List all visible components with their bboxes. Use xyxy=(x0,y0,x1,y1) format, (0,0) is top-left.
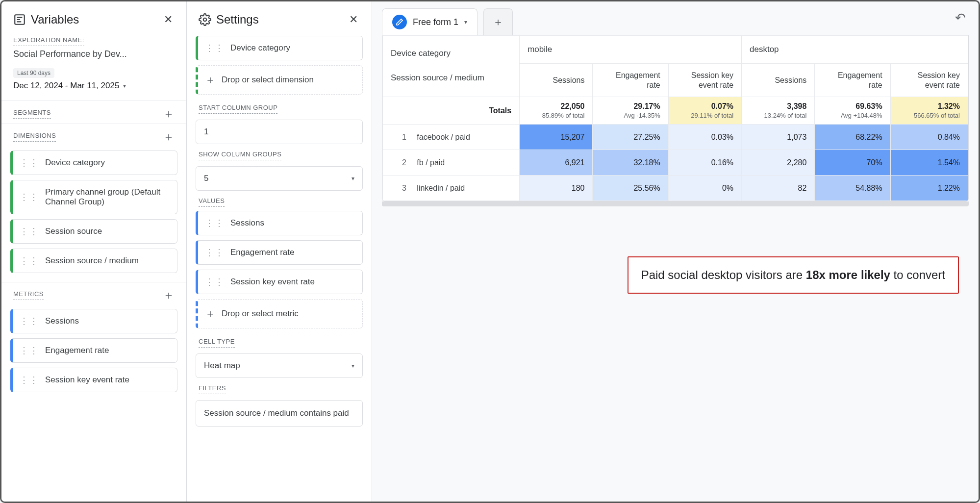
filters-label: FILTERS xyxy=(199,384,226,394)
settings-title-text: Settings xyxy=(216,13,259,26)
chip-label: Engagement rate xyxy=(230,248,294,257)
date-range-selector[interactable]: Dec 12, 2024 - Mar 11, 2025 ▾ xyxy=(1,81,186,101)
start-column-group-input[interactable]: 1 xyxy=(196,120,363,144)
row-label: 3 linkedin / paid xyxy=(383,176,520,201)
data-cell: 1.22% xyxy=(890,176,968,201)
chip-label: Session source xyxy=(45,226,102,236)
plus-icon: ＋ xyxy=(205,306,216,321)
chip-label: Drop or select dimension xyxy=(222,75,314,85)
totals-cell: 29.17%Avg -14.35% xyxy=(593,97,668,125)
settings-panel: Settings ✕ ⋮⋮ Device category ＋ Drop or … xyxy=(187,1,372,502)
close-icon[interactable]: ✕ xyxy=(347,11,360,28)
exploration-name[interactable]: Social Performance by Dev... xyxy=(1,46,186,68)
totals-cell: 1.32%566.65% of total xyxy=(890,97,968,125)
chip-label: Drop or select metric xyxy=(222,309,299,319)
chip-label: Engagement rate xyxy=(45,346,109,355)
value-chip[interactable]: ⋮⋮Session key event rate xyxy=(196,270,363,294)
table-row: 2 fb / paid6,92132.18%0.16%2,28070%1.54% xyxy=(383,150,968,176)
value-chip[interactable]: ⋮⋮Sessions xyxy=(196,211,363,235)
column-dimension-chip[interactable]: ⋮⋮ Device category xyxy=(196,36,363,60)
date-preset-chip[interactable]: Last 90 days xyxy=(13,68,54,78)
plus-icon: ＋ xyxy=(205,73,216,87)
add-tab-button[interactable]: ＋ xyxy=(483,8,513,35)
drop-dimension-slot[interactable]: ＋ Drop or select dimension xyxy=(196,65,363,95)
data-cell: 2,280 xyxy=(742,150,815,176)
segments-label: SEGMENTS xyxy=(13,109,51,119)
chevron-down-icon: ▾ xyxy=(352,362,354,369)
dimension-chip[interactable]: ⋮⋮Session source xyxy=(10,219,177,244)
tab-label: Free form 1 xyxy=(413,17,458,27)
variables-panel: Variables ✕ EXPLORATION NAME: Social Per… xyxy=(1,1,187,502)
drag-icon: ⋮⋮ xyxy=(20,228,39,234)
totals-cell: 69.63%Avg +104.48% xyxy=(815,97,890,125)
data-cell: 32.18% xyxy=(593,150,668,176)
show-column-groups-label: SHOW COLUMN GROUPS xyxy=(199,151,281,160)
filter-chip[interactable]: Session source / medium contains paid xyxy=(196,400,363,427)
totals-cell: 0.07%29.11% of total xyxy=(668,97,741,125)
chip-label: Device category xyxy=(45,158,105,168)
chip-label: Device category xyxy=(230,43,290,53)
gear-icon xyxy=(199,13,211,26)
drag-icon: ⋮⋮ xyxy=(20,318,39,324)
metric-header: Sessions xyxy=(520,64,593,97)
metric-chip[interactable]: ⋮⋮Session key event rate xyxy=(10,368,177,392)
chip-label: Session key event rate xyxy=(230,277,315,287)
plus-icon: ＋ xyxy=(493,15,503,29)
data-cell: 6,921 xyxy=(520,150,593,176)
annotation-callout: Paid social desktop visitors are 18x mor… xyxy=(628,256,959,294)
totals-label: Totals xyxy=(383,97,520,125)
select-value: Heat map xyxy=(204,361,240,371)
tab-free-form[interactable]: Free form 1 ▾ xyxy=(382,8,477,35)
add-segment-button[interactable]: ＋ xyxy=(163,109,175,118)
column-dimension-header: Device category xyxy=(391,49,511,58)
start-column-group-label: START COLUMN GROUP xyxy=(199,104,277,114)
data-cell: 0.84% xyxy=(890,125,968,150)
horizontal-scrollbar[interactable] xyxy=(382,201,969,206)
value-chip[interactable]: ⋮⋮Engagement rate xyxy=(196,240,363,265)
undo-icon[interactable]: ↶ xyxy=(955,10,966,25)
data-cell: 180 xyxy=(520,176,593,201)
data-cell: 1.54% xyxy=(890,150,968,176)
row-label: 2 fb / paid xyxy=(383,150,520,176)
dimension-chip[interactable]: ⋮⋮Session source / medium xyxy=(10,249,177,273)
pencil-icon xyxy=(392,15,407,29)
dimensions-label: DIMENSIONS xyxy=(13,132,56,142)
cell-type-select[interactable]: Heat map ▾ xyxy=(196,353,363,378)
drag-icon: ⋮⋮ xyxy=(20,348,39,353)
date-range-text: Dec 12, 2024 - Mar 11, 2025 xyxy=(13,81,119,91)
close-icon[interactable]: ✕ xyxy=(162,11,175,28)
totals-cell: 3,39813.24% of total xyxy=(742,97,815,125)
chip-label: Sessions xyxy=(230,218,264,228)
show-column-groups-select[interactable]: 5 ▾ xyxy=(196,166,363,191)
cell-type-label: CELL TYPE xyxy=(199,338,235,348)
dimension-chip[interactable]: ⋮⋮Primary channel group (Default Channel… xyxy=(10,180,177,214)
data-cell: 0.16% xyxy=(668,150,741,176)
select-value: 5 xyxy=(204,174,208,183)
drag-icon: ⋮⋮ xyxy=(20,194,39,200)
metrics-label: METRICS xyxy=(13,290,44,300)
col-group-desktop: desktop xyxy=(742,36,968,64)
exploration-table: Device category Session source / medium … xyxy=(382,35,969,201)
chevron-down-icon[interactable]: ▾ xyxy=(464,19,467,25)
metric-chip[interactable]: ⋮⋮Sessions xyxy=(10,309,177,333)
dimension-chip[interactable]: ⋮⋮Device category xyxy=(10,151,177,175)
drag-icon: ⋮⋮ xyxy=(20,377,39,383)
add-metric-button[interactable]: ＋ xyxy=(163,291,175,300)
variables-icon xyxy=(13,13,26,26)
drag-icon: ⋮⋮ xyxy=(205,220,225,226)
data-cell: 0% xyxy=(668,176,741,201)
drag-icon: ⋮⋮ xyxy=(205,279,225,285)
row-dimension-header: Session source / medium xyxy=(391,73,511,83)
add-dimension-button[interactable]: ＋ xyxy=(163,132,175,141)
svg-point-1 xyxy=(203,18,207,22)
metric-chip[interactable]: ⋮⋮Engagement rate xyxy=(10,338,177,363)
drag-icon: ⋮⋮ xyxy=(20,258,39,264)
exploration-canvas: Free form 1 ▾ ＋ ↶ Device category Sessio… xyxy=(372,1,979,502)
data-cell: 1,073 xyxy=(742,125,815,150)
chip-label: Session key event rate xyxy=(45,375,129,385)
chevron-down-icon: ▾ xyxy=(123,82,126,89)
chevron-down-icon: ▾ xyxy=(352,175,354,182)
drop-metric-slot[interactable]: ＋Drop or select metric xyxy=(196,299,363,328)
variables-title: Variables xyxy=(13,13,79,26)
row-label: 1 facebook / paid xyxy=(383,125,520,150)
